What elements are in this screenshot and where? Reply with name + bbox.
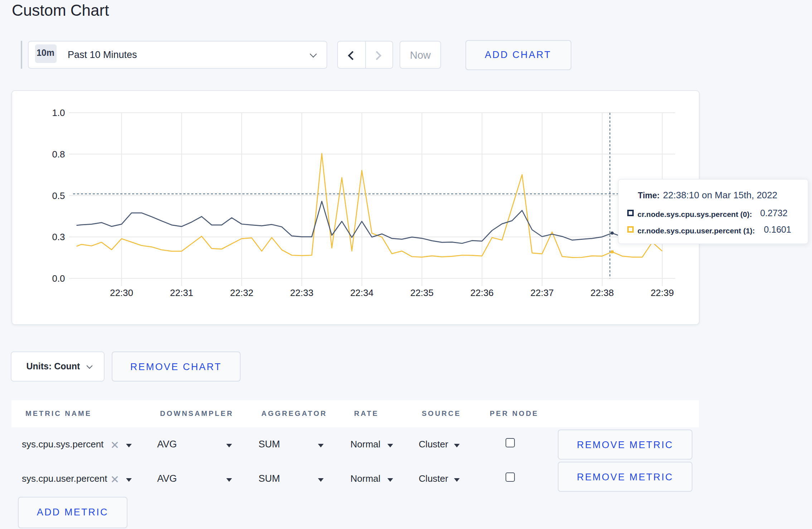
svg-text:1.0: 1.0 [52,108,65,118]
svg-text:22:38: 22:38 [590,287,614,298]
svg-text:22:32: 22:32 [230,287,253,298]
svg-text:22:39: 22:39 [651,287,674,298]
svg-text:0.0: 0.0 [52,273,65,284]
svg-text:22:31: 22:31 [170,287,193,298]
svg-text:0.8: 0.8 [52,149,65,160]
svg-text:0.5: 0.5 [52,190,65,201]
svg-text:0.3: 0.3 [52,232,65,243]
svg-text:22:33: 22:33 [290,287,313,298]
svg-text:22:35: 22:35 [410,287,433,298]
svg-text:22:36: 22:36 [470,287,493,298]
svg-text:22:34: 22:34 [350,287,373,298]
svg-text:22:30: 22:30 [110,287,133,298]
svg-text:22:37: 22:37 [530,287,554,298]
